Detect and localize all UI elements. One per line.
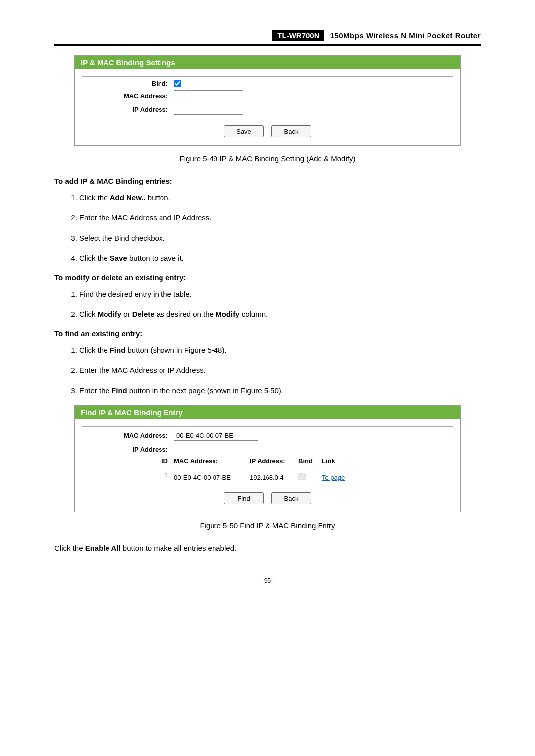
result-table-row: 00-E0-4C-00-07-BE 192.168.0.4 To page xyxy=(174,473,345,482)
save-button[interactable]: Save xyxy=(224,125,264,137)
add-steps-list: Click the Add New.. button. Enter the MA… xyxy=(54,192,481,263)
ip-mac-binding-settings-panel: IP & MAC Binding Settings Bind: MAC Addr… xyxy=(74,55,461,146)
section-heading-modify: To modify or delete an existing entry: xyxy=(54,273,481,282)
section-heading-add: To add IP & MAC Binding entries: xyxy=(54,177,481,185)
bind-checkbox[interactable] xyxy=(174,80,181,87)
back-button[interactable]: Back xyxy=(271,125,311,137)
col-link-header: Link xyxy=(322,457,335,465)
find-mac-input[interactable] xyxy=(174,430,258,441)
ip-input[interactable] xyxy=(174,104,243,115)
mac-label: MAC Address: xyxy=(75,92,174,100)
to-page-link[interactable]: To page xyxy=(322,474,345,481)
bind-label: Bind: xyxy=(75,80,174,87)
mac-input[interactable] xyxy=(174,90,243,101)
divider xyxy=(82,76,453,77)
enable-all-note: Click the Enable All button to make all … xyxy=(54,544,481,552)
row-ip: 192.168.0.4 xyxy=(250,474,294,481)
col-ip-header: IP Address: xyxy=(250,457,294,465)
figure-caption-5-49: Figure 5-49 IP & MAC Binding Setting (Ad… xyxy=(54,154,481,163)
figure-caption-5-50: Figure 5-50 Find IP & MAC Binding Entry xyxy=(54,521,481,530)
col-bind-header: Bind xyxy=(298,457,318,465)
page-number: - 95 - xyxy=(54,577,481,584)
list-item: Enter the MAC Address and IP Address. xyxy=(79,212,481,223)
list-item: Enter the Find button in the next page (… xyxy=(79,385,481,396)
mac-label: MAC Address: xyxy=(75,432,174,439)
list-item: Click Modify or Delete as desired on the… xyxy=(79,309,481,319)
list-item: Click the Save button to save it. xyxy=(79,253,481,263)
find-steps-list: Click the Find button (shown in Figure 5… xyxy=(54,345,481,396)
ip-label: IP Address: xyxy=(75,446,174,453)
find-ip-mac-binding-panel: Find IP & MAC Binding Entry MAC Address:… xyxy=(74,405,461,512)
modify-steps-list: Find the desired entry in the table. Cli… xyxy=(54,289,481,319)
doc-subtitle: 150Mbps Wireless N Mini Pocket Router xyxy=(324,30,481,41)
list-item: Enter the MAC Address or IP Address. xyxy=(79,365,481,375)
list-item: Click the Add New.. button. xyxy=(79,192,481,202)
section-heading-find: To find an existing entry: xyxy=(54,329,481,338)
list-item: Select the Bind checkbox. xyxy=(79,233,481,243)
panel-title: Find IP & MAC Binding Entry xyxy=(75,406,460,419)
row-id: 1 xyxy=(75,471,174,479)
list-item: Click the Find button (shown in Figure 5… xyxy=(79,345,481,355)
list-item: Find the desired entry in the table. xyxy=(79,289,481,299)
find-ip-input[interactable] xyxy=(174,444,258,454)
id-header: ID xyxy=(75,457,174,465)
col-mac-header: MAC Address: xyxy=(174,457,246,465)
ip-label: IP Address: xyxy=(75,106,174,113)
back-button[interactable]: Back xyxy=(271,492,311,504)
find-button[interactable]: Find xyxy=(224,492,264,504)
row-mac: 00-E0-4C-00-07-BE xyxy=(174,474,246,481)
panel-title: IP & MAC Binding Settings xyxy=(75,56,460,69)
divider xyxy=(82,426,453,427)
model-badge: TL-WR700N xyxy=(272,30,324,41)
doc-header: TL-WR700N 150Mbps Wireless N Mini Pocket… xyxy=(54,30,481,46)
result-table-head: MAC Address: IP Address: Bind Link xyxy=(174,457,335,465)
row-bind-checkbox xyxy=(298,473,306,480)
